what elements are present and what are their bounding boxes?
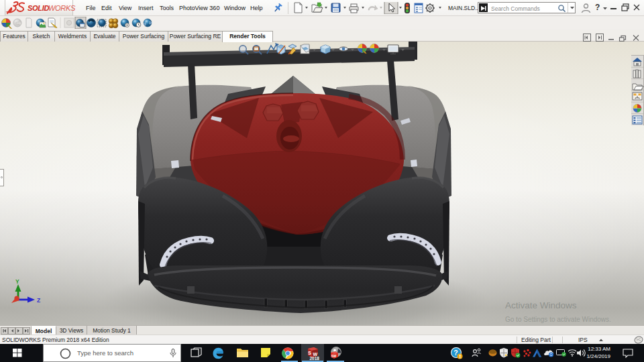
svg-text:Z: Z bbox=[37, 297, 40, 304]
svg-text:S: S bbox=[308, 351, 311, 355]
svg-text:?: ? bbox=[453, 349, 458, 357]
svg-text:SW: SW bbox=[331, 355, 337, 358]
svg-text:2018: 2018 bbox=[310, 356, 320, 361]
svg-text:WORKS: WORKS bbox=[48, 4, 76, 12]
svg-text:Y: Y bbox=[15, 278, 19, 285]
svg-text:SOLID: SOLID bbox=[28, 4, 49, 12]
